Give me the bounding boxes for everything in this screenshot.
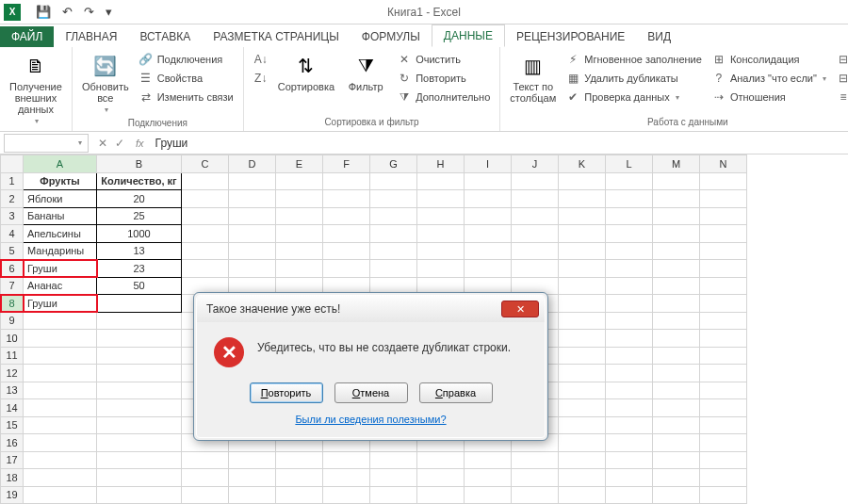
cell[interactable] [24,330,97,348]
cell[interactable]: 20 [97,190,182,208]
cell[interactable] [559,190,606,208]
cell[interactable] [229,469,276,487]
cell[interactable]: Апельсины [24,225,97,243]
tab-data[interactable]: ДАННЫЕ [432,24,505,47]
cell[interactable] [653,399,700,417]
cell[interactable] [700,382,747,399]
cell[interactable] [229,225,276,243]
cancel-button[interactable]: Отмена [334,382,408,403]
cell[interactable] [370,172,417,190]
accept-formula-icon[interactable]: ✓ [115,137,124,150]
cell[interactable] [559,207,606,225]
sort-az-button[interactable]: A↓ [252,51,270,68]
consolidate-button[interactable]: ⊞Консолидация [709,51,828,68]
cell[interactable] [276,225,323,243]
row-header[interactable]: 14 [1,399,24,417]
cell[interactable] [559,277,606,295]
cell[interactable] [24,365,97,382]
cell[interactable] [606,242,653,260]
cell[interactable] [24,399,97,417]
column-header[interactable]: N [700,155,747,173]
sort-button[interactable]: ⇅ Сортировка [276,51,336,94]
cell[interactable] [653,190,700,208]
cell[interactable] [323,469,370,487]
cell[interactable] [606,330,653,348]
cell[interactable] [370,451,417,469]
cell[interactable] [606,486,653,504]
cell[interactable] [606,225,653,243]
cell[interactable] [24,451,97,469]
tab-file[interactable]: ФАЙЛ [0,26,54,47]
cell[interactable] [606,416,653,434]
cell[interactable] [653,451,700,469]
cell[interactable] [559,312,606,330]
cell[interactable] [229,172,276,190]
cell[interactable] [700,434,747,452]
cell[interactable] [559,260,606,278]
cell[interactable] [24,469,97,487]
cell[interactable] [97,416,182,434]
column-header[interactable]: K [559,155,606,173]
row-header[interactable]: 17 [1,451,24,469]
cell[interactable] [606,172,653,190]
cell[interactable] [323,190,370,208]
cell[interactable] [97,434,182,452]
select-all-corner[interactable] [1,155,24,173]
cell[interactable] [653,347,700,365]
qat-dropdown-icon[interactable]: ▾ [104,3,114,21]
cell[interactable]: 23 [97,260,182,278]
name-box[interactable]: ▾ [4,134,89,153]
cell[interactable] [559,172,606,190]
connections-button[interactable]: 🔗Подключения [137,51,236,68]
cell[interactable] [417,486,465,504]
row-header[interactable]: 7 [1,277,24,295]
cell[interactable] [182,242,229,260]
cell[interactable] [323,242,370,260]
close-button[interactable]: ✕ [501,301,539,317]
cell[interactable] [370,190,417,208]
column-header[interactable]: E [276,155,323,173]
cell[interactable] [653,434,700,452]
column-header[interactable]: J [512,155,559,173]
row-header[interactable]: 5 [1,242,24,260]
advanced-filter-button[interactable]: ⧩Дополнительно [395,89,492,106]
clear-filter-button[interactable]: ✕Очистить [395,51,492,68]
cell[interactable] [276,190,323,208]
tab-insert[interactable]: ВСТАВКА [128,26,202,47]
cell[interactable] [653,242,700,260]
row-header[interactable]: 1 [1,172,24,190]
cell[interactable] [97,382,182,399]
cell[interactable] [24,416,97,434]
cell[interactable] [559,225,606,243]
group-button[interactable]: ⊟Гр [834,51,848,68]
cell[interactable] [606,451,653,469]
cell[interactable] [653,277,700,295]
cell[interactable]: 13 [97,242,182,260]
row-header[interactable]: 16 [1,434,24,452]
cell[interactable] [417,260,465,278]
row-header[interactable]: 13 [1,382,24,399]
cell[interactable] [653,486,700,504]
cancel-formula-icon[interactable]: ✕ [98,137,107,150]
edit-links-button[interactable]: ⇄Изменить связи [137,89,236,106]
cell[interactable] [700,347,747,365]
cell[interactable] [465,190,512,208]
cell[interactable] [465,172,512,190]
cell[interactable] [229,451,276,469]
cell[interactable] [370,486,417,504]
filter-button[interactable]: ⧩ Фильтр [342,51,389,94]
cell[interactable] [559,295,606,313]
cell[interactable] [606,434,653,452]
get-external-data-button[interactable]: 🗎 Получение внешних данных ▾ [8,51,64,127]
column-header[interactable]: G [370,155,417,173]
cell[interactable] [606,382,653,399]
text-to-columns-button[interactable]: ▥ Текст по столбцам [508,51,558,106]
save-icon[interactable]: 💾 [34,3,53,21]
cell[interactable] [182,469,229,487]
cell[interactable]: Груши [24,260,97,278]
retry-button[interactable]: Повторить [250,382,323,403]
cell[interactable] [323,260,370,278]
column-header[interactable]: A [24,155,97,173]
cell[interactable] [97,295,182,313]
cell[interactable] [700,172,747,190]
